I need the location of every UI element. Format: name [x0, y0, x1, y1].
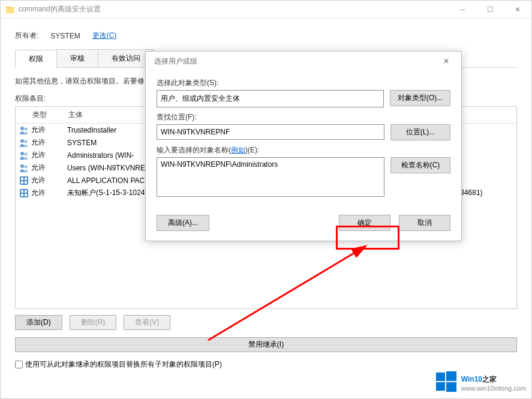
select-user-dialog: 选择用户或组 ✕ 选择此对象类型(S): 用户、组或内置安全主体 对象类型(O)… [145, 51, 462, 241]
modal-title: 选择用户或组 [154, 56, 436, 67]
modal-close-button[interactable]: ✕ [436, 54, 456, 68]
location-display: WIN-N9TKVNREPNF [157, 124, 384, 140]
row-type: 允许 [31, 175, 67, 185]
location-label: 查找位置(F): [157, 112, 450, 122]
row-type: 允许 [31, 163, 67, 173]
principal-icon [19, 138, 29, 148]
advanced-button[interactable]: 高级(A)... [157, 215, 209, 231]
svg-point-5 [25, 152, 28, 155]
header-type[interactable]: 类型 [28, 107, 64, 123]
windows-logo-icon [435, 370, 458, 393]
location-button[interactable]: 位置(L)... [390, 124, 450, 140]
disable-inherit-button[interactable]: 禁用继承(I) [15, 337, 517, 352]
principal-icon [19, 125, 29, 135]
modal-titlebar: 选择用户或组 ✕ [146, 52, 461, 71]
ok-button[interactable]: 确定 [339, 215, 390, 231]
replace-checkbox[interactable] [15, 361, 23, 368]
principal-icon [19, 163, 29, 173]
modal-footer: 高级(A)... 确定 取消 [157, 215, 450, 231]
inherit-row: 禁用继承(I) [15, 337, 517, 352]
owner-value: SYSTEM [50, 32, 80, 40]
close-button[interactable]: ✕ [504, 1, 531, 19]
check-names-button[interactable]: 检查名称(C) [390, 157, 450, 173]
folder-icon [5, 5, 15, 14]
svg-point-0 [20, 127, 24, 130]
principal-icon [19, 151, 29, 160]
svg-rect-11 [21, 181, 23, 184]
svg-point-2 [20, 139, 24, 143]
action-buttons: 添加(D) 删除(R) 查看(V) [15, 315, 517, 330]
owner-change-link[interactable]: 更改(C) [92, 31, 117, 41]
replace-checkbox-row: 使用可从此对象继承的权限项目替换所有子对象的权限项目(P) [15, 359, 517, 370]
object-type-display: 用户、组或内置安全主体 [157, 90, 384, 107]
replace-checkbox-label: 使用可从此对象继承的权限项目替换所有子对象的权限项目(P) [25, 359, 222, 370]
svg-rect-17 [25, 194, 27, 196]
object-name-label: 输入要选择的对象名称(例如)(E): [157, 145, 450, 155]
watermark: Win10之家 www.win10xitong.com [435, 370, 526, 393]
row-type: 允许 [31, 137, 67, 148]
svg-rect-22 [446, 382, 456, 392]
principal-icon [19, 188, 29, 198]
svg-rect-19 [436, 373, 445, 381]
svg-point-4 [20, 152, 24, 155]
modal-body: 选择此对象类型(S): 用户、组或内置安全主体 对象类型(O)... 查找位置(… [146, 71, 461, 241]
minimize-button[interactable]: ─ [449, 1, 476, 19]
watermark-url: www.win10xitong.com [461, 385, 526, 392]
remove-button: 删除(R) [70, 315, 117, 330]
svg-point-6 [20, 164, 24, 168]
row-type: 允许 [31, 150, 67, 160]
row-type: 允许 [31, 188, 67, 198]
view-button[interactable]: 查看(V) [124, 315, 170, 330]
svg-rect-14 [21, 190, 23, 193]
add-button[interactable]: 添加(D) [15, 315, 62, 330]
svg-rect-21 [436, 382, 445, 391]
owner-row: 所有者: SYSTEM 更改(C) [15, 31, 517, 41]
svg-point-7 [25, 165, 28, 168]
principal-icon [19, 176, 29, 185]
svg-point-3 [25, 140, 28, 143]
row-type: 允许 [31, 125, 67, 135]
window-controls: ─ ☐ ✕ [449, 1, 531, 19]
object-name-input[interactable]: WIN-N9TKVNREPNF\Administrators [157, 157, 384, 197]
object-type-label: 选择此对象类型(S): [157, 78, 450, 88]
owner-label: 所有者: [15, 31, 38, 41]
watermark-title: Win10之家 [461, 372, 526, 385]
svg-rect-10 [25, 178, 27, 180]
svg-rect-9 [21, 178, 23, 180]
example-link[interactable]: 例如 [231, 146, 245, 154]
cancel-button[interactable]: 取消 [399, 215, 450, 231]
svg-rect-12 [25, 181, 27, 184]
main-titlebar: command的高级安全设置 ─ ☐ ✕ [1, 1, 531, 19]
maximize-button[interactable]: ☐ [476, 1, 504, 19]
tab-audit[interactable]: 审核 [56, 49, 98, 67]
svg-rect-16 [21, 194, 23, 196]
svg-point-1 [25, 127, 28, 130]
svg-rect-20 [446, 371, 456, 381]
main-window-title: command的高级安全设置 [19, 4, 449, 14]
tab-permissions[interactable]: 权限 [15, 50, 57, 68]
svg-rect-15 [25, 190, 27, 193]
object-type-button[interactable]: 对象类型(O)... [390, 90, 450, 106]
